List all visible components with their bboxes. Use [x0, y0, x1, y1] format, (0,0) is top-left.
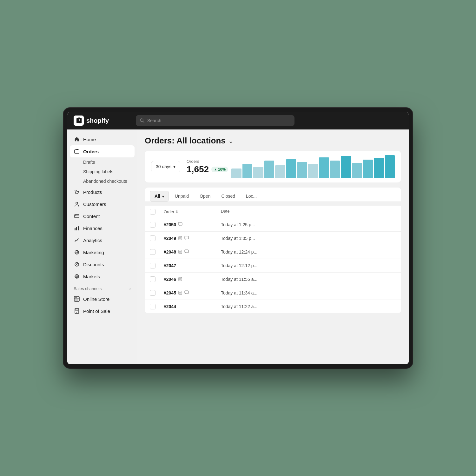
sidebar-item-finances[interactable]: Finances [70, 222, 135, 234]
order-number: #2049 [164, 236, 176, 241]
page-title-dropdown[interactable]: ⌄ [228, 137, 234, 145]
select-all-checkbox[interactable] [150, 209, 155, 215]
order-status-icon [178, 277, 182, 282]
search-icon [140, 118, 145, 123]
row-checkbox[interactable] [150, 249, 155, 255]
sidebar-label-online-store: Online Store [83, 296, 109, 302]
date-cell: Today at 11:22 a... [221, 304, 396, 309]
logo-area: shopify [74, 116, 131, 126]
sidebar-item-markets[interactable]: Markets [70, 270, 135, 282]
filter-tab-open[interactable]: Open [195, 191, 215, 202]
chart-bar [308, 164, 318, 178]
stats-numbers: Orders 1,652 ▲ 10% [187, 159, 228, 175]
row-checkbox[interactable] [150, 276, 155, 282]
sidebar-label-finances: Finances [83, 226, 102, 231]
table-row[interactable]: #2046Today at 11:55 a... [145, 273, 401, 286]
table-row[interactable]: #2047Today at 12:12 p... [145, 259, 401, 273]
table-header: Order ⬇ Date [145, 206, 401, 218]
sidebar-subitem-shipping[interactable]: Shipping labels [70, 167, 135, 176]
sidebar-item-marketing[interactable]: Marketing [70, 246, 135, 258]
sidebar-label-home: Home [83, 137, 96, 142]
svg-point-3 [76, 194, 76, 194]
main-area: Home Orders Drafts [67, 129, 409, 364]
table-body: #2050Today at 1:25 p...#2049Today at 1:0… [145, 218, 401, 313]
order-number: #2044 [164, 304, 176, 309]
page-header: Orders: All locations ⌄ [145, 136, 401, 146]
chart-bar [297, 162, 307, 178]
svg-point-5 [76, 202, 78, 204]
sidebar-label-content: Content [83, 214, 100, 219]
sidebar-label-customers: Customers [83, 202, 106, 207]
filter-tab-local[interactable]: Loc... [241, 191, 261, 202]
search-bar[interactable]: Search [136, 115, 294, 126]
marketing-icon [74, 249, 80, 255]
date-cell: Today at 12:12 p... [221, 263, 396, 268]
order-cell: #2046 [164, 277, 221, 282]
table-row[interactable]: #2044Today at 11:22 a... [145, 300, 401, 313]
header-checkbox-col [150, 209, 164, 215]
date-cell: Today at 12:24 p... [221, 249, 396, 255]
row-checkbox[interactable] [150, 222, 155, 228]
table-row[interactable]: #2049Today at 1:05 p... [145, 232, 401, 245]
svg-rect-10 [78, 226, 79, 230]
table-row[interactable]: #2045Today at 11:34 a... [145, 286, 401, 300]
svg-rect-9 [76, 227, 77, 230]
svg-rect-8 [75, 228, 76, 230]
sidebar-item-content[interactable]: Content [70, 210, 135, 222]
sidebar-subitem-drafts[interactable]: Drafts [70, 157, 135, 167]
svg-rect-2 [75, 150, 79, 153]
sidebar-item-customers[interactable]: Customers [70, 198, 135, 210]
badge-value: 10% [218, 167, 226, 172]
orders-icon [74, 148, 80, 155]
sales-channels-chevron[interactable]: › [129, 287, 131, 291]
laptop-screen: shopify Search [63, 108, 413, 368]
order-sort-icon: ⬇ [175, 210, 178, 214]
analytics-icon [74, 237, 80, 243]
sidebar-subitem-abandoned[interactable]: Abandoned checkouts [70, 176, 135, 186]
content-area: Orders: All locations ⌄ 30 days ▾ Orders [137, 129, 409, 364]
order-status-icon [178, 290, 182, 296]
sidebar-item-products[interactable]: Products [70, 186, 135, 198]
sidebar-item-home[interactable]: Home [70, 133, 135, 145]
orders-chart [228, 155, 395, 178]
sidebar-item-analytics[interactable]: Analytics [70, 234, 135, 246]
filter-tab-all[interactable]: All ▾ [150, 191, 169, 202]
chart-bar [231, 169, 241, 178]
sidebar: Home Orders Drafts [67, 129, 137, 364]
home-icon [74, 136, 80, 142]
row-checkbox[interactable] [150, 235, 155, 241]
filter-tab-closed[interactable]: Closed [216, 191, 240, 202]
header-order-col[interactable]: Order ⬇ [164, 209, 221, 215]
badge-arrow: ▲ [214, 168, 217, 171]
date-range-label: 30 days [156, 164, 171, 169]
order-status-icon [184, 290, 189, 296]
date-range-selector[interactable]: 30 days ▾ [151, 161, 180, 172]
shipping-label: Shipping labels [83, 169, 113, 174]
svg-rect-6 [75, 215, 79, 218]
sidebar-item-orders[interactable]: Orders [70, 145, 135, 157]
order-cell: #2049 [164, 236, 221, 241]
chart-bar [385, 155, 395, 178]
order-status-icon [184, 236, 189, 241]
svg-point-20 [76, 312, 77, 313]
order-status-icon [178, 222, 182, 228]
svg-rect-25 [185, 250, 188, 253]
table-row[interactable]: #2050Today at 1:25 p... [145, 218, 401, 232]
order-number: #2045 [164, 290, 176, 295]
sidebar-item-discounts[interactable]: Discounts [70, 258, 135, 270]
row-checkbox[interactable] [150, 290, 155, 296]
filter-tab-unpaid[interactable]: Unpaid [170, 191, 194, 202]
stats-card: 30 days ▾ Orders 1,652 ▲ 10% [145, 151, 401, 182]
row-checkbox[interactable] [150, 304, 155, 309]
row-checkbox[interactable] [150, 263, 155, 268]
sidebar-item-pos[interactable]: Point of Sale [70, 305, 135, 317]
customers-icon [74, 201, 80, 207]
sidebar-item-online-store[interactable]: Online Store [70, 293, 135, 305]
table-row[interactable]: #2048Today at 12:24 p... [145, 245, 401, 259]
sidebar-label-markets: Markets [83, 274, 100, 279]
order-cell: #2047 [164, 263, 221, 268]
sidebar-label-discounts: Discounts [83, 262, 104, 267]
date-cell: Today at 11:55 a... [221, 277, 396, 282]
date-range-chevron: ▾ [173, 164, 175, 169]
date-cell: Today at 1:25 p... [221, 222, 396, 227]
